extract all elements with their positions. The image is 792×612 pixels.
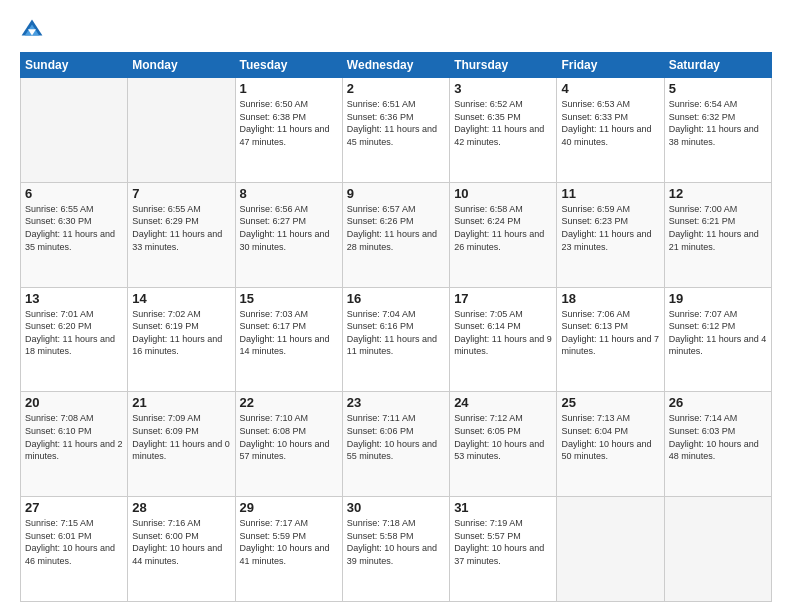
day-info: Sunrise: 6:56 AM Sunset: 6:27 PM Dayligh…	[240, 203, 338, 253]
calendar-cell: 25Sunrise: 7:13 AM Sunset: 6:04 PM Dayli…	[557, 392, 664, 497]
day-number: 6	[25, 186, 123, 201]
day-number: 1	[240, 81, 338, 96]
day-number: 17	[454, 291, 552, 306]
day-info: Sunrise: 6:51 AM Sunset: 6:36 PM Dayligh…	[347, 98, 445, 148]
day-info: Sunrise: 7:04 AM Sunset: 6:16 PM Dayligh…	[347, 308, 445, 358]
calendar-cell: 5Sunrise: 6:54 AM Sunset: 6:32 PM Daylig…	[664, 78, 771, 183]
day-number: 26	[669, 395, 767, 410]
day-info: Sunrise: 7:12 AM Sunset: 6:05 PM Dayligh…	[454, 412, 552, 462]
day-info: Sunrise: 6:58 AM Sunset: 6:24 PM Dayligh…	[454, 203, 552, 253]
day-info: Sunrise: 6:53 AM Sunset: 6:33 PM Dayligh…	[561, 98, 659, 148]
day-number: 2	[347, 81, 445, 96]
day-info: Sunrise: 7:11 AM Sunset: 6:06 PM Dayligh…	[347, 412, 445, 462]
day-info: Sunrise: 6:55 AM Sunset: 6:30 PM Dayligh…	[25, 203, 123, 253]
day-number: 13	[25, 291, 123, 306]
calendar-cell: 30Sunrise: 7:18 AM Sunset: 5:58 PM Dayli…	[342, 497, 449, 602]
day-info: Sunrise: 6:57 AM Sunset: 6:26 PM Dayligh…	[347, 203, 445, 253]
day-number: 15	[240, 291, 338, 306]
calendar-cell: 24Sunrise: 7:12 AM Sunset: 6:05 PM Dayli…	[450, 392, 557, 497]
week-row-3: 13Sunrise: 7:01 AM Sunset: 6:20 PM Dayli…	[21, 287, 772, 392]
day-info: Sunrise: 7:05 AM Sunset: 6:14 PM Dayligh…	[454, 308, 552, 358]
calendar-cell: 27Sunrise: 7:15 AM Sunset: 6:01 PM Dayli…	[21, 497, 128, 602]
week-row-2: 6Sunrise: 6:55 AM Sunset: 6:30 PM Daylig…	[21, 182, 772, 287]
header	[20, 18, 772, 42]
day-number: 11	[561, 186, 659, 201]
day-info: Sunrise: 6:54 AM Sunset: 6:32 PM Dayligh…	[669, 98, 767, 148]
day-info: Sunrise: 7:19 AM Sunset: 5:57 PM Dayligh…	[454, 517, 552, 567]
day-number: 20	[25, 395, 123, 410]
calendar-cell	[128, 78, 235, 183]
calendar-cell: 21Sunrise: 7:09 AM Sunset: 6:09 PM Dayli…	[128, 392, 235, 497]
weekday-header-row: SundayMondayTuesdayWednesdayThursdayFrid…	[21, 53, 772, 78]
day-number: 25	[561, 395, 659, 410]
calendar-cell	[557, 497, 664, 602]
day-info: Sunrise: 7:13 AM Sunset: 6:04 PM Dayligh…	[561, 412, 659, 462]
day-number: 5	[669, 81, 767, 96]
day-info: Sunrise: 6:50 AM Sunset: 6:38 PM Dayligh…	[240, 98, 338, 148]
weekday-header-friday: Friday	[557, 53, 664, 78]
weekday-header-tuesday: Tuesday	[235, 53, 342, 78]
day-number: 7	[132, 186, 230, 201]
day-info: Sunrise: 7:14 AM Sunset: 6:03 PM Dayligh…	[669, 412, 767, 462]
calendar-cell: 23Sunrise: 7:11 AM Sunset: 6:06 PM Dayli…	[342, 392, 449, 497]
day-info: Sunrise: 7:09 AM Sunset: 6:09 PM Dayligh…	[132, 412, 230, 462]
calendar-cell: 13Sunrise: 7:01 AM Sunset: 6:20 PM Dayli…	[21, 287, 128, 392]
calendar-cell: 7Sunrise: 6:55 AM Sunset: 6:29 PM Daylig…	[128, 182, 235, 287]
day-info: Sunrise: 7:17 AM Sunset: 5:59 PM Dayligh…	[240, 517, 338, 567]
weekday-header-monday: Monday	[128, 53, 235, 78]
page: SundayMondayTuesdayWednesdayThursdayFrid…	[0, 0, 792, 612]
day-number: 8	[240, 186, 338, 201]
calendar-cell: 28Sunrise: 7:16 AM Sunset: 6:00 PM Dayli…	[128, 497, 235, 602]
day-number: 14	[132, 291, 230, 306]
calendar-table: SundayMondayTuesdayWednesdayThursdayFrid…	[20, 52, 772, 602]
day-info: Sunrise: 7:10 AM Sunset: 6:08 PM Dayligh…	[240, 412, 338, 462]
weekday-header-thursday: Thursday	[450, 53, 557, 78]
day-number: 29	[240, 500, 338, 515]
calendar-cell: 11Sunrise: 6:59 AM Sunset: 6:23 PM Dayli…	[557, 182, 664, 287]
calendar-cell: 8Sunrise: 6:56 AM Sunset: 6:27 PM Daylig…	[235, 182, 342, 287]
day-number: 3	[454, 81, 552, 96]
day-number: 4	[561, 81, 659, 96]
day-number: 18	[561, 291, 659, 306]
calendar-cell: 6Sunrise: 6:55 AM Sunset: 6:30 PM Daylig…	[21, 182, 128, 287]
calendar-cell: 10Sunrise: 6:58 AM Sunset: 6:24 PM Dayli…	[450, 182, 557, 287]
calendar-cell: 2Sunrise: 6:51 AM Sunset: 6:36 PM Daylig…	[342, 78, 449, 183]
day-number: 31	[454, 500, 552, 515]
day-info: Sunrise: 7:01 AM Sunset: 6:20 PM Dayligh…	[25, 308, 123, 358]
day-info: Sunrise: 6:55 AM Sunset: 6:29 PM Dayligh…	[132, 203, 230, 253]
day-number: 22	[240, 395, 338, 410]
weekday-header-saturday: Saturday	[664, 53, 771, 78]
day-number: 27	[25, 500, 123, 515]
weekday-header-sunday: Sunday	[21, 53, 128, 78]
day-number: 9	[347, 186, 445, 201]
day-number: 23	[347, 395, 445, 410]
logo	[20, 18, 48, 42]
calendar-cell: 29Sunrise: 7:17 AM Sunset: 5:59 PM Dayli…	[235, 497, 342, 602]
day-number: 21	[132, 395, 230, 410]
day-info: Sunrise: 7:06 AM Sunset: 6:13 PM Dayligh…	[561, 308, 659, 358]
calendar-cell	[664, 497, 771, 602]
calendar-cell: 14Sunrise: 7:02 AM Sunset: 6:19 PM Dayli…	[128, 287, 235, 392]
calendar-cell: 17Sunrise: 7:05 AM Sunset: 6:14 PM Dayli…	[450, 287, 557, 392]
day-info: Sunrise: 7:15 AM Sunset: 6:01 PM Dayligh…	[25, 517, 123, 567]
calendar-cell: 19Sunrise: 7:07 AM Sunset: 6:12 PM Dayli…	[664, 287, 771, 392]
day-number: 28	[132, 500, 230, 515]
day-info: Sunrise: 7:07 AM Sunset: 6:12 PM Dayligh…	[669, 308, 767, 358]
calendar-cell: 1Sunrise: 6:50 AM Sunset: 6:38 PM Daylig…	[235, 78, 342, 183]
week-row-4: 20Sunrise: 7:08 AM Sunset: 6:10 PM Dayli…	[21, 392, 772, 497]
day-info: Sunrise: 7:08 AM Sunset: 6:10 PM Dayligh…	[25, 412, 123, 462]
day-info: Sunrise: 7:03 AM Sunset: 6:17 PM Dayligh…	[240, 308, 338, 358]
calendar-cell: 18Sunrise: 7:06 AM Sunset: 6:13 PM Dayli…	[557, 287, 664, 392]
day-info: Sunrise: 6:52 AM Sunset: 6:35 PM Dayligh…	[454, 98, 552, 148]
day-number: 16	[347, 291, 445, 306]
day-info: Sunrise: 7:00 AM Sunset: 6:21 PM Dayligh…	[669, 203, 767, 253]
day-info: Sunrise: 6:59 AM Sunset: 6:23 PM Dayligh…	[561, 203, 659, 253]
day-info: Sunrise: 7:02 AM Sunset: 6:19 PM Dayligh…	[132, 308, 230, 358]
week-row-5: 27Sunrise: 7:15 AM Sunset: 6:01 PM Dayli…	[21, 497, 772, 602]
calendar-cell: 4Sunrise: 6:53 AM Sunset: 6:33 PM Daylig…	[557, 78, 664, 183]
weekday-header-wednesday: Wednesday	[342, 53, 449, 78]
week-row-1: 1Sunrise: 6:50 AM Sunset: 6:38 PM Daylig…	[21, 78, 772, 183]
calendar-cell: 16Sunrise: 7:04 AM Sunset: 6:16 PM Dayli…	[342, 287, 449, 392]
day-number: 10	[454, 186, 552, 201]
day-number: 30	[347, 500, 445, 515]
